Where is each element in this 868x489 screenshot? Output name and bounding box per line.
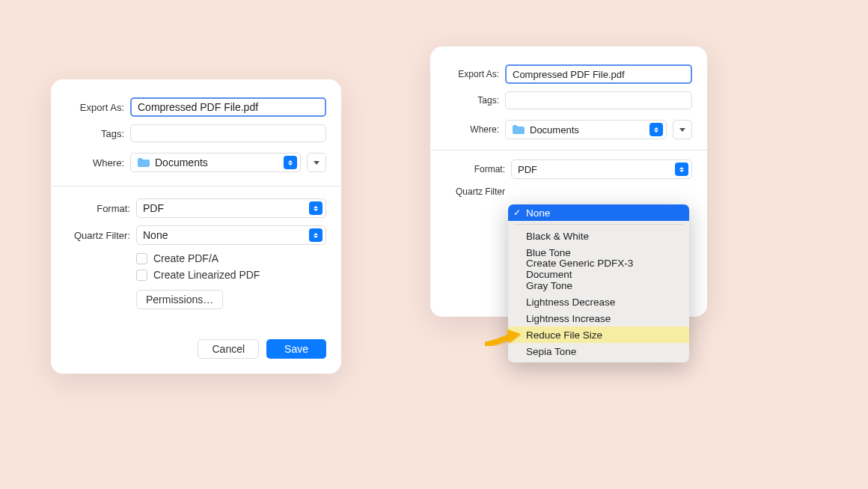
stepper-icon [309,228,323,242]
chevron-down-icon [679,128,685,132]
divider [430,150,707,151]
permissions-button[interactable]: Permissions… [136,290,223,309]
expand-button[interactable] [307,153,326,172]
format-row: Format: PDF [445,160,692,179]
dropdown-item-reduce-file-size[interactable]: Reduce File Size [508,326,689,343]
stepper-icon [284,156,297,169]
dropdown-item-label: Lightness Increase [526,313,611,324]
pdfa-checkbox-label: Create PDF/A [153,252,218,264]
format-value: PDF [143,202,309,214]
checkbox-icon [136,253,147,264]
dropdown-item-lightness-increase[interactable]: Lightness Increase [508,310,689,326]
where-value: Documents [530,124,579,136]
export-as-label: Export As: [445,69,505,79]
filename-input[interactable] [130,97,326,117]
quartz-filter-dropdown: None Black & White Blue Tone Create Gene… [508,204,689,362]
folder-icon [137,157,150,168]
tags-input[interactable] [130,124,326,142]
cancel-label: Cancel [212,343,245,355]
dropdown-item-label: Sepia Tone [526,346,576,357]
cancel-button[interactable]: Cancel [198,339,259,359]
filename-input[interactable] [505,64,692,84]
format-label: Format: [66,203,136,214]
save-button[interactable]: Save [266,339,326,359]
format-row: Format: PDF [66,198,326,218]
tags-row: Tags: [445,91,692,109]
where-row: Where: Documents [66,153,326,172]
tags-row: Tags: [66,124,326,142]
export-dialog-left: Export As: Tags: Where: Documents Format… [51,79,341,374]
dropdown-item-gray-tone[interactable]: Gray Tone [508,277,689,294]
linearized-checkbox-label: Create Linearized PDF [153,269,260,281]
expand-button[interactable] [673,120,692,139]
quartz-filter-label: Quartz Filter: [66,230,136,241]
stepper-icon [650,123,663,136]
where-select[interactable]: Documents [505,120,667,139]
stepper-icon [309,201,323,215]
where-label: Where: [445,124,505,135]
folder-icon [512,124,525,135]
stepper-icon [675,163,688,176]
divider [51,186,341,186]
permissions-label: Permissions… [146,294,213,306]
checkbox-icon [136,270,147,281]
dropdown-divider [514,224,683,225]
format-value: PDF [518,164,675,175]
save-label: Save [284,343,308,355]
dropdown-item-generic-pdfx3[interactable]: Create Generic PDFX-3 Document [508,261,689,277]
quartz-filter-row: Quartz Filter [445,186,692,197]
quartz-filter-value: None [143,229,309,241]
quartz-filter-label: Quartz Filter [445,186,511,197]
pdfa-checkbox-row[interactable]: Create PDF/A [136,252,326,264]
export-as-row: Export As: [445,64,692,84]
dropdown-item-label: Gray Tone [526,280,572,291]
where-value: Documents [155,157,208,168]
button-row: Cancel Save [66,339,326,359]
format-select[interactable]: PDF [136,198,326,218]
dropdown-item-sepia-tone[interactable]: Sepia Tone [508,343,689,359]
linearized-checkbox-row[interactable]: Create Linearized PDF [136,269,326,281]
dropdown-item-label: Lightness Decrease [526,297,615,308]
dropdown-item-lightness-decrease[interactable]: Lightness Decrease [508,294,689,310]
dropdown-item-label: Blue Tone [526,247,571,258]
dropdown-item-label: Black & White [526,231,589,242]
quartz-filter-row: Quartz Filter: None [66,225,326,245]
tags-label: Tags: [66,128,130,139]
where-row: Where: Documents [445,120,692,139]
chevron-down-icon [314,161,320,165]
quartz-filter-select[interactable]: None [136,225,326,245]
tags-input[interactable] [505,91,692,109]
dropdown-item-black-white[interactable]: Black & White [508,228,689,244]
export-as-row: Export As: [66,97,326,117]
where-select[interactable]: Documents [130,153,301,172]
dropdown-item-label: Reduce File Size [526,329,602,341]
format-label: Format: [445,164,511,174]
where-label: Where: [66,157,130,168]
export-as-label: Export As: [66,102,130,113]
format-select[interactable]: PDF [511,160,692,179]
dropdown-item-none[interactable]: None [508,204,689,221]
tags-label: Tags: [445,95,505,106]
dropdown-item-label: None [526,207,550,219]
